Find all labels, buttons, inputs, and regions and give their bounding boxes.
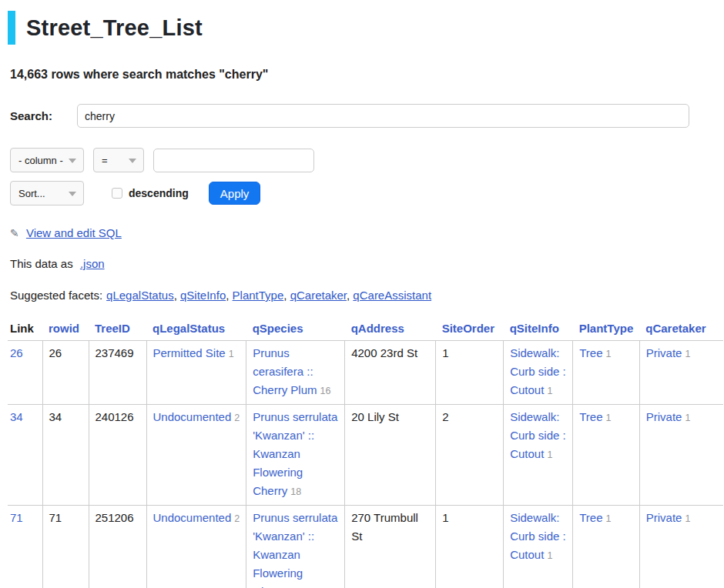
column-header-qspecies[interactable]: qSpecies <box>246 320 345 341</box>
view-edit-sql-link[interactable]: View and edit SQL <box>26 226 122 239</box>
column-header-planttype[interactable]: PlantType <box>573 320 640 341</box>
facet-value-link[interactable]: Tree <box>579 410 602 423</box>
cell-treeid: 237469 <box>89 341 146 405</box>
cell-qcaretaker: Private1 <box>639 506 723 588</box>
facet-count: 18 <box>290 486 301 497</box>
cell-siteorder: 1 <box>436 506 504 588</box>
facet-value-link[interactable]: Undocumented <box>153 410 232 423</box>
chevron-down-icon <box>69 192 76 196</box>
cell-qspecies: Prunus serrulata 'Kwanzan' :: Kwanzan Fl… <box>246 405 345 506</box>
facet-link-qlegalstatus[interactable]: qLegalStatus <box>106 289 174 302</box>
facet-separator: , <box>174 289 180 302</box>
cell-treeid: 251206 <box>89 506 146 588</box>
facet-value-link[interactable]: Undocumented <box>153 511 232 524</box>
cell-qsiteinfo: Sidewalk: Curb side : Cutout1 <box>504 405 573 506</box>
accent-bar <box>8 11 15 45</box>
data-as-prefix: This data as <box>10 257 73 270</box>
json-link[interactable]: .json <box>80 257 105 270</box>
facet-count: 1 <box>229 349 234 359</box>
cell-rowid: 34 <box>42 405 89 506</box>
cell-qlegalstatus: Permitted Site1 <box>146 341 246 405</box>
cell-qspecies: Prunus cerasifera :: Cherry Plum16 <box>246 341 345 405</box>
apply-button[interactable]: Apply <box>209 182 261 205</box>
facet-link-qsiteinfo[interactable]: qSiteInfo <box>180 289 226 302</box>
column-header-qcaretaker[interactable]: qCaretaker <box>639 320 723 341</box>
facet-count: 1 <box>605 513 611 524</box>
column-header-treeid[interactable]: TreeID <box>89 320 146 341</box>
table-row: 26 26 237469 Permitted Site1 Prunus cera… <box>8 341 723 405</box>
facet-count: 1 <box>605 349 611 359</box>
cell-rowid: 26 <box>42 341 89 405</box>
facet-value-link[interactable]: Prunus serrulata 'Kwanzan' :: Kwanzan Fl… <box>253 410 337 497</box>
row-count-summary: 14,663 rows where search matches "cherry… <box>10 68 724 82</box>
facet-count: 16 <box>320 386 331 396</box>
sort-select[interactable]: Sort... <box>10 181 84 205</box>
facet-count: 1 <box>605 413 611 423</box>
facet-link-qcareassistant[interactable]: qCareAssistant <box>353 289 431 302</box>
sort-select-value: Sort... <box>18 188 45 199</box>
facet-link-qcaretaker[interactable]: qCaretaker <box>290 289 347 302</box>
column-header-link: Link <box>8 320 42 341</box>
table-row: 34 34 240126 Undocumented2 Prunus serrul… <box>8 405 723 506</box>
sort-row: Sort... descending Apply <box>10 181 724 205</box>
table-header-row: Link rowid TreeID qLegalStatus qSpecies … <box>8 320 723 341</box>
operator-select-value: = <box>102 155 108 166</box>
row-link[interactable]: 71 <box>10 511 23 524</box>
column-header-qlegalstatus[interactable]: qLegalStatus <box>146 320 246 341</box>
facet-count: 2 <box>234 513 240 524</box>
filter-row: - column - = <box>10 148 724 172</box>
chevron-down-icon <box>129 159 136 163</box>
column-header-qaddress[interactable]: qAddress <box>345 320 436 341</box>
cell-qsiteinfo: Sidewalk: Curb side : Cutout1 <box>504 341 573 405</box>
search-input[interactable] <box>77 104 689 128</box>
cell-qaddress: 4200 23rd St <box>345 341 436 405</box>
pencil-icon: ✎ <box>10 227 19 239</box>
facet-count: 2 <box>234 413 240 423</box>
facet-count: 1 <box>547 550 552 561</box>
facet-value-link[interactable]: Sidewalk: Curb side : Cutout <box>510 410 566 460</box>
table-row: 71 71 251206 Undocumented2 Prunus serrul… <box>8 506 723 588</box>
cell-treeid: 240126 <box>89 405 146 506</box>
cell-qcaretaker: Private1 <box>639 405 723 506</box>
filter-value-input[interactable] <box>153 149 314 172</box>
descending-label: descending <box>129 187 189 199</box>
column-header-rowid[interactable]: rowid <box>42 320 89 341</box>
facet-value-link[interactable]: Private <box>646 410 682 423</box>
facet-value-link[interactable]: Sidewalk: Curb side : Cutout <box>510 511 566 561</box>
facet-value-link[interactable]: Prunus cerasifera :: Cherry Plum <box>253 346 317 396</box>
cell-planttype: Tree1 <box>573 506 640 588</box>
cell-planttype: Tree1 <box>573 405 640 506</box>
facet-value-link[interactable]: Prunus serrulata 'Kwanzan' :: Kwanzan Fl… <box>253 511 337 588</box>
facet-count: 1 <box>547 449 552 460</box>
cell-planttype: Tree1 <box>573 341 640 405</box>
column-header-qsiteinfo[interactable]: qSiteInfo <box>504 320 573 341</box>
data-export-section: This data as .json <box>10 257 724 270</box>
operator-select[interactable]: = <box>93 148 144 172</box>
page-header: Street_Tree_List <box>8 11 724 45</box>
descending-checkbox[interactable] <box>112 188 122 199</box>
facet-count: 1 <box>685 513 690 524</box>
facet-value-link[interactable]: Tree <box>579 346 602 359</box>
facet-count: 1 <box>685 413 690 423</box>
page-title: Street_Tree_List <box>26 15 203 41</box>
row-link[interactable]: 26 <box>10 346 23 359</box>
suggested-facets-section: Suggested facets:qLegalStatus, qSiteInfo… <box>10 289 724 302</box>
column-header-siteorder[interactable]: SiteOrder <box>436 320 504 341</box>
facet-value-link[interactable]: Sidewalk: Curb side : Cutout <box>510 346 566 396</box>
facet-separator: , <box>283 289 290 302</box>
results-table: Link rowid TreeID qLegalStatus qSpecies … <box>8 320 723 588</box>
facet-link-planttype[interactable]: PlantType <box>233 289 284 302</box>
row-link[interactable]: 34 <box>10 410 23 423</box>
facets-prefix: Suggested facets: <box>10 289 102 302</box>
facet-separator: , <box>226 289 232 302</box>
cell-qaddress: 20 Lily St <box>345 405 436 506</box>
cell-siteorder: 1 <box>436 341 504 405</box>
facet-value-link[interactable]: Private <box>646 346 682 359</box>
cell-qlegalstatus: Undocumented2 <box>146 506 246 588</box>
facet-value-link[interactable]: Permitted Site <box>153 346 226 359</box>
column-select[interactable]: - column - <box>10 148 84 172</box>
cell-qcaretaker: Private1 <box>639 341 723 405</box>
facet-value-link[interactable]: Tree <box>579 511 602 524</box>
view-edit-sql-section: ✎ View and edit SQL <box>10 226 724 239</box>
facet-value-link[interactable]: Private <box>646 511 682 524</box>
